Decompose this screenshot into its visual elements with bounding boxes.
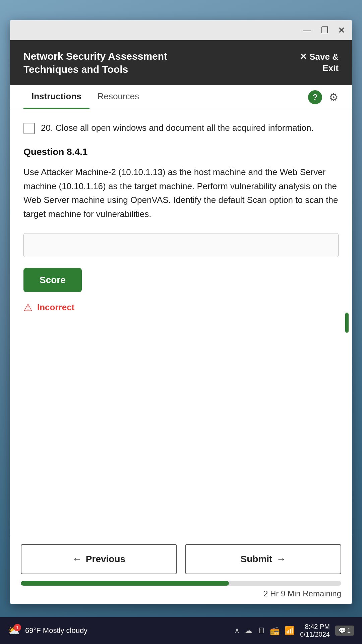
app-title: Network Security AssessmentTechniques an… — [23, 50, 167, 76]
feedback-row: ⚠ Incorrect — [23, 302, 339, 313]
taskbar-sys-icons: ∧ ☁ 🖥 📻 📶 — [234, 626, 295, 635]
tab-instructions[interactable]: Instructions — [23, 85, 89, 109]
question-body: Use Attacker Machine-2 (10.10.1.13) as t… — [23, 165, 339, 221]
settings-button[interactable]: ⚙ — [329, 91, 339, 104]
taskbar-audio-icon[interactable]: 📻 — [270, 626, 280, 635]
notification-icon: 💬 — [339, 627, 346, 634]
previous-label: Previous — [86, 554, 125, 565]
minimize-button[interactable]: — — [303, 26, 311, 35]
answer-input[interactable] — [23, 233, 339, 257]
application-window: — ❐ ✕ Network Security AssessmentTechniq… — [10, 20, 352, 604]
tabs-actions: ? ⚙ — [308, 90, 339, 104]
taskbar-weather-text: 69°F Mostly cloudy — [25, 626, 87, 635]
score-button[interactable]: Score — [23, 268, 82, 292]
taskbar-datetime: 8:42 PM 6/11/2024 — [300, 623, 330, 638]
gear-icon: ⚙ — [329, 91, 339, 104]
restore-button[interactable]: ❐ — [321, 26, 328, 35]
app-header: Network Security AssessmentTechniques an… — [10, 40, 352, 85]
progress-section: 2 Hr 9 Min Remaining — [21, 581, 341, 598]
notification-button[interactable]: 💬 1 — [335, 626, 354, 636]
taskbar-chevron-icon[interactable]: ∧ — [234, 626, 240, 635]
titlebar: — ❐ ✕ — [10, 20, 352, 40]
taskbar-weather-icon-wrap: ⛅ 1 — [8, 625, 20, 636]
taskbar-right: ∧ ☁ 🖥 📻 📶 8:42 PM 6/11/2024 💬 1 — [234, 623, 354, 638]
warning-icon: ⚠ — [23, 302, 33, 313]
close-button[interactable]: ✕ — [338, 26, 345, 35]
nav-footer: ← Previous Submit → 2 Hr 9 Min Remaining — [10, 536, 352, 604]
window-controls: — ❐ ✕ — [303, 26, 345, 35]
question-title: Question 8.4.1 — [23, 147, 339, 157]
nav-buttons: ← Previous Submit → — [21, 544, 341, 574]
help-button[interactable]: ? — [308, 90, 322, 104]
time-remaining: 2 Hr 9 Min Remaining — [21, 589, 341, 598]
task-checkbox-20[interactable] — [23, 123, 35, 134]
notification-count: 1 — [347, 627, 351, 634]
tabs-list: Instructions Resources — [23, 85, 147, 109]
submit-arrow-icon: → — [276, 554, 286, 565]
feedback-text: Incorrect — [37, 302, 74, 313]
taskbar-left: ⛅ 1 69°F Mostly cloudy — [8, 625, 87, 636]
taskbar-date-value: 6/11/2024 — [300, 631, 330, 638]
task-text-20: 20. Close all open windows and document … — [41, 121, 314, 135]
scroll-indicator — [345, 313, 349, 333]
tab-resources[interactable]: Resources — [89, 85, 147, 109]
taskbar-network-icon[interactable]: ☁ — [244, 626, 252, 635]
taskbar-wifi-icon[interactable]: 📶 — [285, 626, 295, 635]
content-area: 20. Close all open windows and document … — [10, 109, 352, 536]
progress-bar-fill — [21, 581, 229, 586]
taskbar-display-icon[interactable]: 🖥 — [257, 626, 265, 635]
previous-button[interactable]: ← Previous — [21, 544, 177, 574]
task-item-20: 20. Close all open windows and document … — [23, 121, 339, 135]
progress-bar-background — [21, 581, 341, 586]
save-exit-button[interactable]: ✕ Save &Exit — [300, 51, 339, 74]
submit-label: Submit — [241, 554, 273, 565]
previous-arrow-icon: ← — [72, 554, 82, 565]
taskbar: ⛅ 1 69°F Mostly cloudy ∧ ☁ 🖥 📻 📶 8:42 PM… — [0, 617, 362, 644]
taskbar-badge: 1 — [14, 624, 21, 631]
tabs-bar: Instructions Resources ? ⚙ — [10, 85, 352, 109]
submit-button[interactable]: Submit → — [185, 544, 341, 574]
help-icon: ? — [308, 90, 322, 104]
taskbar-time-value: 8:42 PM — [300, 623, 330, 631]
